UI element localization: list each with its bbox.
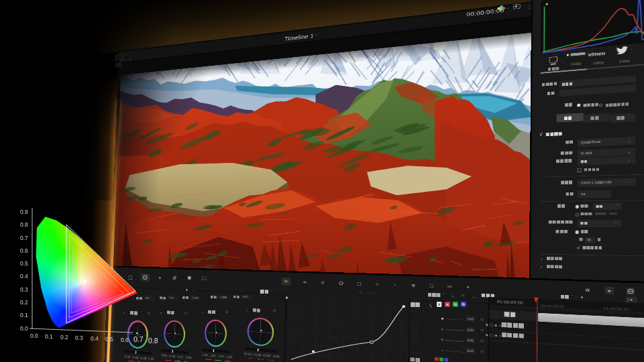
- svg-text:0.2: 0.2: [60, 334, 68, 341]
- svg-text:0.6: 0.6: [20, 247, 28, 254]
- svg-text:0.1: 0.1: [45, 333, 53, 340]
- svg-text:0.7: 0.7: [20, 235, 28, 241]
- svg-text:0.0: 0.0: [20, 325, 28, 332]
- svg-text:0.3: 0.3: [75, 335, 83, 341]
- svg-text:0.8: 0.8: [20, 221, 28, 228]
- svg-text:0.4: 0.4: [91, 335, 99, 342]
- svg-text:0.8: 0.8: [148, 337, 158, 345]
- svg-text:0.2: 0.2: [20, 299, 28, 306]
- svg-text:0.1: 0.1: [20, 312, 28, 318]
- svg-text:0.5: 0.5: [105, 336, 113, 343]
- svg-text:0.4: 0.4: [20, 273, 28, 280]
- svg-text:0.0: 0.0: [30, 333, 38, 339]
- svg-text:0.9: 0.9: [20, 208, 28, 215]
- svg-text:0.3: 0.3: [20, 286, 28, 293]
- svg-text:0.7: 0.7: [133, 335, 144, 343]
- svg-text:0.6: 0.6: [121, 337, 129, 343]
- svg-text:0.5: 0.5: [20, 260, 28, 267]
